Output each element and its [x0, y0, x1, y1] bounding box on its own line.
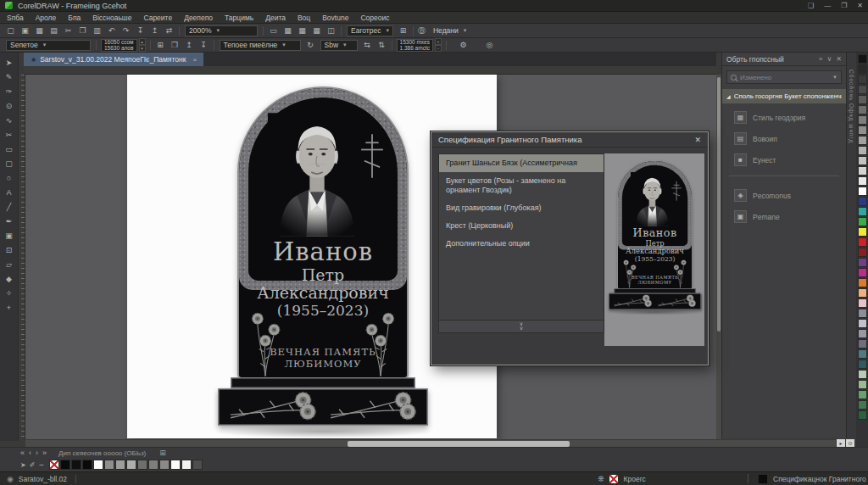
- page-options-icon[interactable]: ⊞: [159, 449, 166, 457]
- docker-item[interactable]: ▤Вовоип: [734, 128, 846, 149]
- color-swatch[interactable]: [858, 309, 867, 318]
- color-swatch[interactable]: [858, 95, 867, 104]
- menu-item[interactable]: Сореоис: [360, 14, 389, 22]
- open-icon[interactable]: ▣: [19, 25, 31, 36]
- color-swatch[interactable]: [858, 227, 867, 237]
- grid-view-icon-1[interactable]: ▦: [281, 25, 294, 36]
- color-swatch[interactable]: [858, 258, 867, 267]
- menu-item[interactable]: Воц: [298, 14, 310, 22]
- color-swatch[interactable]: [148, 460, 159, 470]
- rounded-rect-tool-icon[interactable]: ▢: [2, 156, 17, 170]
- pen-tool-icon[interactable]: ✒: [2, 214, 17, 228]
- object-size-fields[interactable]: 15300 mxes 1.386 amctc: [397, 39, 433, 52]
- units-icon[interactable]: ⊞: [154, 40, 167, 51]
- save-icon[interactable]: ▦: [33, 25, 46, 36]
- zoom-tool-icon[interactable]: ⊙: [2, 98, 17, 113]
- rectangle-tool-icon[interactable]: ▭: [2, 142, 17, 156]
- fill-type-select[interactable]: Тепоее пиеёлне: [220, 40, 301, 51]
- vertical-scrollbar-thumb[interactable]: [717, 77, 721, 332]
- filter-icon[interactable]: ▼: [832, 75, 837, 80]
- angle-field[interactable]: Sbw: [320, 40, 358, 51]
- spec-list-item[interactable]: Крест (Церковный): [439, 217, 604, 235]
- color-swatch[interactable]: [858, 370, 867, 379]
- undo-icon[interactable]: ↶: [105, 25, 118, 36]
- docker-item[interactable]: ▣Pemane: [734, 206, 846, 227]
- print-icon[interactable]: ▤: [47, 25, 60, 36]
- import-icon[interactable]: ↧: [134, 25, 147, 36]
- color-swatch[interactable]: [858, 156, 867, 165]
- scrollbar-button-2[interactable]: ⊙: [846, 439, 854, 447]
- spec-list-item[interactable]: Букет цветов (Розы - заменено на орнамен…: [439, 172, 604, 199]
- monument[interactable]: Иванов Петр Александрович (1955–2023) ВЕ…: [218, 88, 428, 432]
- color-swatch[interactable]: [858, 54, 867, 64]
- color-swatch[interactable]: [858, 298, 867, 308]
- page-view-icon[interactable]: ▭: [267, 25, 280, 36]
- close-icon[interactable]: ✕: [857, 0, 863, 12]
- object-size-spinner[interactable]: +−: [435, 38, 442, 52]
- color-swatch[interactable]: [858, 146, 867, 155]
- color-swatch[interactable]: [60, 460, 70, 470]
- mirror-horizontal-icon[interactable]: ⇆: [361, 40, 374, 51]
- fill-tool-icon[interactable]: ◆: [2, 271, 17, 286]
- frame-tool-icon[interactable]: ▣: [2, 228, 17, 242]
- size-spinner[interactable]: ▴▾: [139, 38, 146, 52]
- menu-item[interactable]: Bovtune: [322, 14, 348, 22]
- menu-item[interactable]: Бпа: [68, 14, 81, 22]
- crop-tool-icon[interactable]: ✂: [2, 127, 17, 142]
- docker-item[interactable]: ◈Pecomonus: [734, 185, 846, 206]
- last-page-icon[interactable]: »: [42, 448, 47, 459]
- restore-icon[interactable]: ❐: [841, 0, 847, 12]
- menu-item[interactable]: Сареите: [143, 14, 172, 22]
- text-tool-icon[interactable]: A: [2, 185, 17, 199]
- color-swatch[interactable]: [858, 319, 867, 328]
- layer-up-icon[interactable]: ↥: [183, 40, 196, 51]
- spec-list-item[interactable]: Гранит Шаньси Бязк (Ассиметричная: [439, 154, 604, 172]
- grid-view-icon-2[interactable]: ▦: [296, 25, 309, 36]
- color-swatch[interactable]: [93, 460, 103, 470]
- docker-expand-icon[interactable]: »: [819, 55, 822, 63]
- color-swatch[interactable]: [159, 460, 170, 470]
- line-tool-icon[interactable]: ╱: [2, 199, 17, 214]
- color-swatch[interactable]: [858, 380, 867, 389]
- image-frame-tool-icon[interactable]: ⊡: [2, 242, 17, 257]
- color-swatch[interactable]: [858, 360, 867, 369]
- color-swatch[interactable]: [858, 176, 867, 186]
- color-swatch[interactable]: [115, 460, 125, 470]
- new-document-icon[interactable]: ▢: [4, 25, 17, 36]
- copy-icon[interactable]: ❐: [76, 25, 89, 36]
- outline-color-swatch[interactable]: [609, 474, 619, 484]
- scrollbar-button-1[interactable]: ▸: [837, 439, 845, 447]
- color-swatch[interactable]: [858, 390, 867, 399]
- color-swatch[interactable]: [71, 460, 81, 470]
- color-swatch[interactable]: [137, 460, 147, 470]
- color-swatch[interactable]: [858, 75, 867, 84]
- color-swatch[interactable]: [858, 349, 867, 359]
- tab-close-icon[interactable]: ×: [192, 56, 197, 64]
- redo-icon[interactable]: ↷: [120, 25, 132, 36]
- menu-item[interactable]: Деепепо: [184, 14, 213, 22]
- color-swatch[interactable]: [858, 400, 867, 410]
- eyedropper-tool-icon[interactable]: ✧: [2, 286, 17, 300]
- layer-down-icon[interactable]: ↧: [198, 40, 210, 51]
- export-icon[interactable]: ↥: [148, 25, 161, 36]
- export-alt-icon[interactable]: ⇄: [163, 25, 175, 36]
- grid-view-icon-3[interactable]: ▦: [310, 25, 323, 36]
- docker-search[interactable]: ▼: [726, 70, 842, 84]
- zoom-level-select[interactable]: 2000%: [185, 25, 258, 36]
- menu-item[interactable]: Віссноаьше: [92, 14, 131, 22]
- horizontal-scrollbar[interactable]: [25, 439, 836, 447]
- color-swatch[interactable]: [858, 288, 867, 298]
- account-dropdown[interactable]: Недани: [430, 25, 470, 36]
- cut-icon[interactable]: ✂: [62, 25, 75, 36]
- color-swatch[interactable]: [104, 460, 114, 470]
- color-swatch[interactable]: [858, 197, 867, 206]
- color-swatch[interactable]: [858, 237, 867, 247]
- page-size-fields[interactable]: 16050 ссом 15630 алов: [101, 39, 137, 52]
- freehand-tool-icon[interactable]: ✑: [2, 84, 17, 98]
- docker-item[interactable]: ■Еунест: [734, 149, 846, 170]
- color-swatch[interactable]: [858, 115, 867, 125]
- color-swatch[interactable]: [858, 410, 867, 420]
- minimize-icon[interactable]: —: [824, 0, 831, 12]
- eraser-tool-icon[interactable]: ▱: [2, 257, 17, 271]
- dialog-title-bar[interactable]: Спецификация Гранитного Памятника ✕: [431, 132, 708, 148]
